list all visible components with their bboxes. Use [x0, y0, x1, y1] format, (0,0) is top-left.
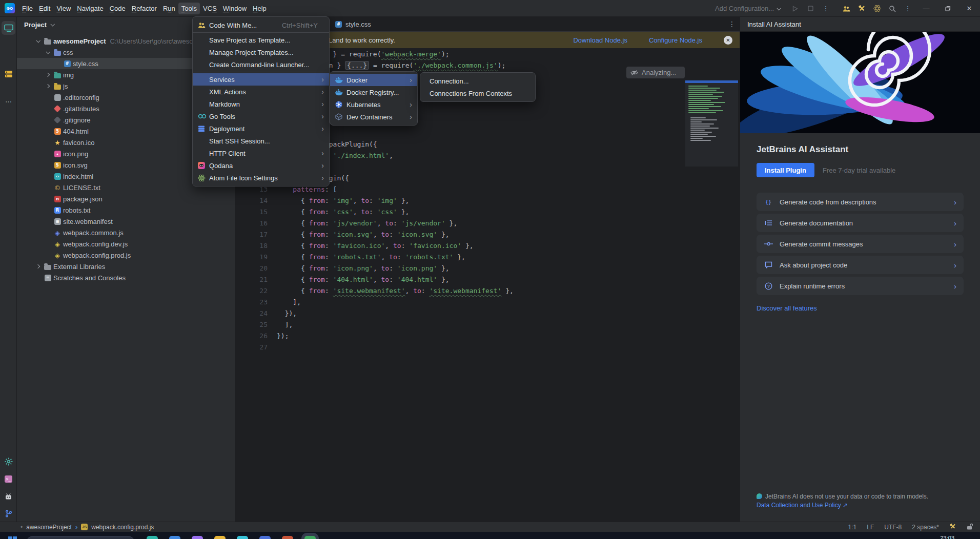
menubar-item-file[interactable]: File	[19, 3, 36, 14]
menu-item-start-ssh-session[interactable]: Start SSH Session...	[193, 135, 329, 147]
discover-all-features-link[interactable]: Discover all features	[757, 304, 964, 312]
menubar-item-run[interactable]: Run	[160, 3, 178, 14]
feature-card-generate-commit-messages[interactable]: Generate commit messages›	[757, 235, 964, 253]
windows-start-icon[interactable]	[8, 536, 17, 539]
atom-plugin-icon[interactable]	[869, 3, 885, 15]
goland-logo-icon: GO	[5, 3, 15, 13]
minimap-line	[688, 100, 711, 101]
menubar-item-edit[interactable]: Edit	[36, 3, 53, 14]
menubar-item-vcs[interactable]: VCS	[200, 3, 220, 14]
assistant-bot-icon[interactable]	[2, 489, 15, 503]
build-tools-icon[interactable]	[854, 3, 869, 15]
menubar-item-window[interactable]: Window	[220, 3, 250, 14]
menu-item-connections-from-contexts[interactable]: Connections From Contexts	[420, 87, 535, 99]
taskbar-clock[interactable]: 23:03	[940, 535, 954, 539]
taskbar-app-icon-2[interactable]	[192, 536, 203, 539]
tree-item-webpack-common-js[interactable]: ◈webpack.common.js	[17, 227, 235, 238]
minimize-button[interactable]: —	[915, 1, 937, 17]
taskbar-app-icon-0[interactable]	[147, 536, 158, 539]
caret-position-widget[interactable]: 1:1	[848, 524, 857, 531]
more-tool-windows-icon[interactable]: ⋯	[2, 95, 15, 109]
menu-item-kubernetes[interactable]: Kubernetes›	[330, 98, 417, 111]
feature-card-generate-documentation[interactable]: Generate documentation›	[757, 214, 964, 232]
configure-nodejs-link[interactable]: Configure Node.js	[649, 36, 702, 44]
settings-gear-icon[interactable]	[2, 454, 15, 468]
breadcrumb-project[interactable]: awesomeProject	[26, 524, 72, 531]
menu-item-go-tools[interactable]: Go Tools›	[193, 110, 329, 122]
code-with-me-users-icon[interactable]	[839, 3, 854, 15]
tree-item-webpack-config-dev-js[interactable]: ◈webpack.config.dev.js	[17, 238, 235, 250]
minimap-line	[688, 86, 708, 87]
tree-item-scratches-and-consoles[interactable]: ≡Scratches and Consoles	[17, 272, 235, 283]
menu-item-create-command-line-launcher[interactable]: Create Command-line Launcher...	[193, 58, 329, 71]
git-branch-icon[interactable]	[2, 507, 15, 521]
encoding-widget[interactable]: UTF-8	[884, 524, 902, 531]
lock-icon[interactable]	[967, 523, 973, 531]
breadcrumb-file[interactable]: webpack.config.prod.js	[91, 524, 154, 531]
feature-card-ask-about-project-code[interactable]: Ask about project code›	[757, 256, 964, 274]
menu-item-save-project-as-template[interactable]: Save Project as Template...	[193, 34, 329, 46]
close-button[interactable]: ✕	[958, 1, 980, 17]
taskbar-app-icon-4[interactable]	[237, 536, 248, 539]
tree-item-webpack-config-prod-js[interactable]: ◈webpack.config.prod.js	[17, 250, 235, 261]
menu-item-deployment[interactable]: Deployment›	[193, 122, 329, 135]
main-menu-bar: FileEditViewNavigateCodeRefactorRunTools…	[19, 3, 270, 14]
menu-item-code-with-me[interactable]: Code With Me...Ctrl+Shift+Y	[193, 19, 329, 31]
feature-card-explain-runtime-errors[interactable]: ?Explain runtime errors›	[757, 277, 964, 295]
data-policy-link[interactable]: Data Collection and Use Policy	[757, 502, 841, 509]
tree-item-robots-txt[interactable]: Rrobots.txt	[17, 204, 235, 216]
commit-tool-window-icon[interactable]	[2, 67, 15, 81]
chevron-right-icon	[43, 85, 52, 88]
run-configuration-select[interactable]: Add Configuration...	[715, 5, 780, 12]
menubar-item-refactor[interactable]: Refactor	[129, 3, 160, 14]
minimap-line	[688, 90, 717, 91]
taskbar-app-icon-1[interactable]	[169, 536, 180, 539]
tab-options-kebab-icon[interactable]: ⋮	[728, 20, 736, 28]
taskbar-app-icon-5[interactable]	[259, 536, 271, 539]
search-everywhere-icon[interactable]	[885, 3, 900, 15]
taskbar-app-icon-6[interactable]	[282, 536, 293, 539]
taskbar-search-input[interactable]	[26, 536, 135, 539]
tab-style-css[interactable]: # style.css	[330, 17, 376, 31]
menu-item-qodana[interactable]: Qodana›	[193, 159, 329, 172]
install-plugin-button[interactable]: Install Plugin	[757, 163, 814, 177]
menu-item-services[interactable]: Services›	[193, 73, 329, 86]
menu-item-docker[interactable]: Docker›	[330, 74, 417, 86]
run-button[interactable]	[787, 3, 803, 15]
terminal-tool-window-icon[interactable]: >_	[2, 472, 15, 486]
menubar-item-tools[interactable]: Tools	[178, 3, 200, 14]
menu-item-manage-project-templates[interactable]: Manage Project Templates...	[193, 46, 329, 58]
menubar-item-view[interactable]: View	[53, 3, 74, 14]
build-tools-status-icon[interactable]	[949, 523, 956, 531]
taskbar-app-icon-7[interactable]	[304, 536, 316, 539]
taskbar-app-icon-3[interactable]	[214, 536, 226, 539]
restore-button[interactable]	[937, 1, 958, 17]
download-nodejs-link[interactable]: Download Node.js	[573, 36, 627, 44]
menu-item-xml-actions[interactable]: XML Actions›	[193, 86, 329, 98]
tree-item-site-webmanifest[interactable]: ≡site.webmanifest	[17, 216, 235, 227]
project-tool-window-icon[interactable]	[2, 21, 15, 35]
menubar-item-help[interactable]: Help	[250, 3, 270, 14]
banner-close-icon[interactable]: ✕	[724, 36, 732, 45]
indent-widget[interactable]: 2 spaces*	[912, 524, 939, 531]
menu-item-atom-file-icon-settings[interactable]: Atom File Icon Settings›	[193, 172, 329, 184]
main-kebab-icon[interactable]: ⋮	[900, 3, 915, 15]
editor-minimap[interactable]	[685, 80, 738, 167]
menu-item-http-client[interactable]: HTTP Client›	[193, 147, 329, 159]
line-ending-widget[interactable]: LF	[867, 524, 874, 531]
menubar-item-code[interactable]: Code	[107, 3, 129, 14]
more-actions-kebab-icon[interactable]: ⋮	[818, 3, 833, 15]
tree-item-package-json[interactable]: npackage.json	[17, 193, 235, 204]
menu-item-dev-containers[interactable]: Dev Containers›	[330, 111, 417, 123]
submenu-arrow-icon: ›	[406, 113, 412, 120]
menu-item-markdown[interactable]: Markdown›	[193, 98, 329, 110]
feature-card-generate-code-from-descriptions[interactable]: {}Generate code from descriptions›	[757, 193, 964, 211]
stop-button[interactable]	[803, 3, 818, 15]
menu-item-docker-registry[interactable]: Docker Registry...	[330, 86, 417, 98]
menubar-item-navigate[interactable]: Navigate	[74, 3, 106, 14]
inspections-widget[interactable]: Analyzing...	[626, 67, 685, 78]
file-type-icon: ◈	[52, 252, 63, 259]
line-number: 24	[236, 308, 268, 319]
tree-item-external-libraries[interactable]: External Libraries	[17, 261, 235, 272]
menu-item-connection[interactable]: Connection...	[420, 75, 535, 87]
